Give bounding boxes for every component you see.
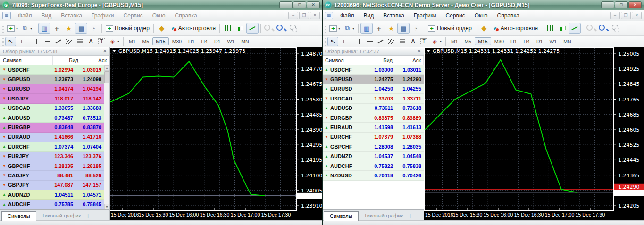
market-watch-row[interactable]: ▼USDCHF1.029941.03019 (0, 65, 104, 75)
menu-insert[interactable]: Вставка (57, 11, 86, 20)
market-watch-row[interactable]: ▼EURJPY123.346123.376 (0, 152, 104, 161)
timeframe-d1[interactable]: D1 (211, 37, 224, 45)
market-watch-row[interactable]: ▲EURCHF1.073741.07404 (0, 142, 104, 151)
market-watch-row[interactable]: ▼USDCAD1.337031.33711 (323, 94, 424, 103)
market-watch-row[interactable]: ▲AUDUSD0.734870.73513 (0, 113, 104, 123)
menu-window[interactable]: Окно (148, 11, 170, 20)
text-tool[interactable] (85, 37, 96, 46)
zoom-out-button[interactable] (597, 23, 610, 34)
candlestick-chart-button[interactable] (234, 23, 246, 34)
menu-file[interactable]: Файл (14, 11, 36, 20)
scroll-thumb[interactable] (104, 71, 109, 83)
metaeditor-button[interactable] (478, 23, 490, 34)
vertical-line-tool[interactable] (353, 37, 364, 46)
menu-view[interactable]: Вид (360, 11, 378, 20)
market-watch-row[interactable]: ▲EURGBP0.838480.83870 (0, 123, 104, 132)
timeframe-mn[interactable]: MN (560, 37, 574, 45)
menu-charts[interactable]: Графики (410, 11, 441, 20)
menu-insert[interactable]: Вставка (379, 11, 409, 20)
trendline-tool[interactable] (53, 37, 64, 46)
bar-chart-button[interactable] (222, 23, 234, 34)
autotrading-button[interactable]: Авто-торговля (490, 23, 540, 34)
timeframe-m5[interactable]: M5 (461, 37, 475, 45)
menu-help[interactable]: Справка (171, 11, 201, 20)
data-window-button[interactable] (373, 23, 385, 34)
market-watch-toggle[interactable] (360, 23, 373, 34)
minimize-button[interactable]: – (279, 1, 293, 8)
menu-service[interactable]: Сервис (119, 11, 147, 20)
text-label-tool[interactable] (96, 37, 107, 46)
market-watch-close-icon[interactable]: ✕ (417, 49, 421, 54)
mdi-close-button[interactable]: ✕ (310, 12, 320, 19)
crosshair-tool[interactable] (16, 37, 27, 46)
candlestick-chart-button[interactable] (556, 23, 569, 34)
tab-tick-chart[interactable]: Тиковый график (359, 211, 409, 220)
market-watch-row[interactable]: ▲NZDUSD0.704180.70426 (323, 171, 424, 180)
close-button[interactable]: ✕ (307, 1, 320, 8)
mdi-minimize-button[interactable]: – (288, 12, 298, 19)
tab-tick-chart[interactable]: Тиковый график (36, 211, 87, 220)
menu-view[interactable]: Вид (37, 11, 56, 20)
horizontal-line-tool[interactable] (364, 37, 375, 46)
timeframe-h4[interactable]: H4 (198, 37, 211, 45)
market-watch-row[interactable]: ▼GBPCHF1.281351.28185 (0, 161, 104, 171)
crosshair-tool[interactable] (338, 37, 349, 46)
mdi-minimize-button[interactable]: – (610, 12, 620, 19)
timeframe-m1[interactable]: M1 (125, 37, 139, 45)
chat-button[interactable] (610, 23, 622, 34)
cursor-tool[interactable] (327, 37, 338, 46)
text-label-tool[interactable] (418, 37, 429, 46)
title-bar-left[interactable]: G 78096: SuperForex-Real Europe - [GBPUS… (0, 0, 322, 10)
timeframe-m5[interactable]: M5 (139, 37, 153, 45)
timeframe-w1[interactable]: W1 (224, 37, 238, 45)
terminal-toggle[interactable] (397, 23, 410, 34)
menu-service[interactable]: Сервис (442, 11, 469, 20)
menu-window[interactable]: Окно (470, 11, 492, 20)
timeframe-mn[interactable]: MN (238, 37, 252, 45)
timeframe-w1[interactable]: W1 (546, 37, 560, 45)
timeframe-m30[interactable]: M30 (491, 37, 507, 45)
market-watch-row[interactable]: ▲USDCAD1.336551.33683 (0, 104, 104, 113)
market-watch-row[interactable]: ▲AUDCHF0.758220.75838 (323, 161, 424, 171)
vertical-line-tool[interactable] (31, 37, 42, 46)
shapes-tool[interactable]: ▾ (107, 37, 121, 46)
scroll-down-icon[interactable]: ▼ (104, 204, 109, 209)
scroll-up-icon[interactable]: ▲ (104, 65, 109, 71)
cursor-tool[interactable] (5, 37, 16, 46)
tab-symbols[interactable]: Символы (1, 211, 36, 221)
price-chart[interactable]: 1.248701.247701.246751.245801.244851.243… (110, 47, 323, 211)
timeframe-m15[interactable]: M15 (152, 37, 168, 45)
mdi-restore-button[interactable]: ❐ (299, 12, 309, 19)
navigator-toggle[interactable] (385, 23, 397, 34)
timeframe-d1[interactable]: D1 (533, 37, 546, 45)
zoom-out-button[interactable] (275, 23, 287, 34)
market-watch-row[interactable]: ▼EURUSD1.041741.04194 (0, 84, 104, 94)
column-ask[interactable]: Аск (81, 56, 109, 65)
close-button[interactable]: ✕ (628, 1, 642, 8)
new-order-button[interactable]: Новый ордер (104, 23, 151, 34)
timeframe-m30[interactable]: M30 (169, 37, 185, 45)
price-chart[interactable]: 1.250051.249251.248451.247651.246851.246… (424, 47, 644, 211)
new-chart-button[interactable]: ▾ (327, 23, 342, 34)
scrollbar[interactable]: ▲ ▼ (104, 65, 109, 209)
menu-file[interactable]: Файл (336, 11, 359, 20)
chart-system-icon[interactable]: ▦ (325, 12, 333, 19)
column-bid[interactable]: Бид (367, 56, 395, 65)
timeframe-h1[interactable]: H1 (185, 37, 198, 45)
market-watch-row[interactable]: ▲AUDNZD1.045371.04548 (323, 152, 424, 161)
market-watch-row[interactable]: ▲AUDUSD0.736110.73618 (323, 104, 424, 113)
market-watch-row[interactable]: ▼EURCHF1.073791.07388 (323, 133, 424, 142)
menu-charts[interactable]: Графики (87, 11, 118, 20)
profiles-button[interactable]: ▾ (20, 23, 34, 34)
market-watch-toggle[interactable] (38, 23, 50, 34)
chart-system-icon[interactable]: ▦ (2, 12, 11, 19)
column-ask[interactable]: Аск (395, 56, 424, 65)
autotrading-button[interactable]: Авто-торговля (168, 23, 217, 34)
market-watch-row[interactable]: ▲USDCHF1.030001.03011 (323, 65, 424, 75)
market-watch-row[interactable]: ▲EURUSD1.042501.04255 (323, 84, 424, 94)
column-bid[interactable]: Бид (53, 56, 81, 65)
market-watch-row[interactable]: ▼USDJPY118.017118.142 (0, 94, 104, 103)
title-bar-right[interactable]: ee 12003696: NetStockECN-ECN Demo Server… (323, 0, 644, 10)
mdi-close-button[interactable]: ✕ (632, 12, 642, 19)
maximize-button[interactable]: □ (615, 1, 628, 8)
